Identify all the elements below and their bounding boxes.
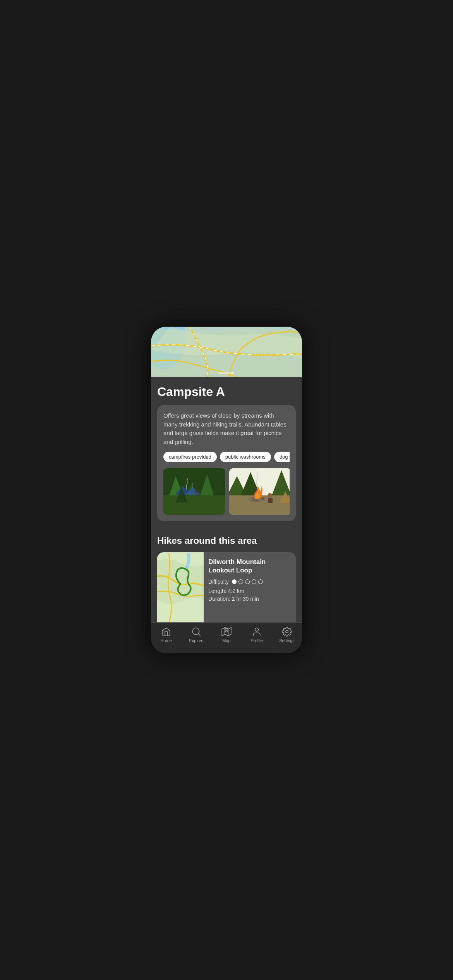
dot-1-1: [232, 579, 237, 584]
nav-home[interactable]: Home: [151, 627, 181, 643]
main-content: Campsite A Offers great views of close-b…: [151, 377, 302, 622]
svg-rect-26: [268, 498, 273, 503]
svg-line-30: [198, 634, 200, 636]
map-preview[interactable]: [151, 327, 302, 377]
tag-dog[interactable]: dog friendly + o: [274, 452, 290, 462]
nav-home-label: Home: [160, 638, 172, 643]
page-title: Campsite A: [157, 385, 296, 399]
dot-1-4: [252, 579, 256, 584]
tags-row: campfires provided public washrooms dog …: [163, 452, 290, 463]
hike-card-1[interactable]: Dilworth Mountain Lookout Loop Difficult…: [157, 552, 296, 622]
hike-info-1: Dilworth Mountain Lookout Loop Difficult…: [204, 552, 296, 622]
nav-settings-label: Settings: [279, 638, 295, 643]
nav-profile-label: Profile: [251, 638, 263, 643]
nav-map-label: Map: [222, 638, 230, 643]
nav-settings[interactable]: Settings: [272, 627, 302, 643]
map-icon: [221, 627, 232, 637]
svg-rect-13: [163, 468, 225, 515]
section-divider: [157, 529, 296, 529]
home-icon: [161, 627, 171, 637]
drag-handle[interactable]: [219, 372, 234, 374]
profile-icon: [252, 627, 262, 637]
nav-map[interactable]: Map: [211, 627, 242, 643]
nav-profile[interactable]: Profile: [242, 627, 272, 643]
nav-explore-label: Explore: [189, 638, 203, 643]
hike-map-1: [157, 552, 204, 622]
dot-1-5: [258, 579, 263, 584]
svg-marker-31: [222, 627, 231, 636]
tag-washrooms[interactable]: public washrooms: [220, 452, 271, 462]
svg-point-24: [262, 497, 265, 500]
photo-1[interactable]: [163, 468, 225, 515]
hike-duration-1: Duration: 1 hr 30 min: [208, 596, 291, 602]
hike-name-1: Dilworth Mountain Lookout Loop: [208, 558, 291, 575]
description-text: Offers great views of close-by streams w…: [163, 411, 290, 446]
hikes-section-title: Hikes around this area: [157, 535, 296, 546]
svg-point-21: [249, 497, 252, 501]
svg-point-25: [268, 493, 272, 498]
svg-point-36: [286, 630, 288, 633]
settings-icon: [282, 627, 292, 637]
photo-2[interactable]: [229, 468, 290, 515]
nav-explore[interactable]: Explore: [181, 627, 211, 643]
phone-frame: Campsite A Offers great views of close-b…: [151, 327, 302, 653]
tag-campfires[interactable]: campfires provided: [163, 452, 217, 462]
dot-1-2: [239, 579, 243, 584]
hike-length-1: Length: 4.2 km: [208, 588, 291, 594]
svg-point-35: [255, 628, 259, 631]
info-card: Offers great views of close-by streams w…: [157, 405, 296, 521]
photos-row: [163, 468, 290, 515]
difficulty-dots-1: [232, 579, 263, 584]
difficulty-row-1: Difficulty: [208, 579, 291, 585]
bottom-nav: Home Explore M: [151, 622, 302, 653]
explore-icon: [191, 627, 201, 637]
dot-1-3: [245, 579, 250, 584]
difficulty-label-1: Difficulty: [208, 579, 229, 585]
